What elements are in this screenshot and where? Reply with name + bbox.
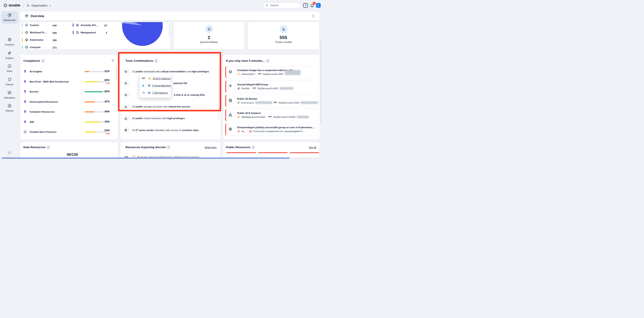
search-placeholder: Search — [270, 4, 279, 7]
legend-item[interactable]: Management — [73, 31, 96, 35]
vertical-scrollbar-thumb[interactable] — [320, 39, 322, 123]
horizontal-scrollbar-thumb[interactable] — [2, 157, 290, 159]
compliance-row[interactable]: AI Insights 21% — [23, 69, 115, 74]
info-icon[interactable]: i — [266, 59, 269, 62]
building-icon — [26, 4, 30, 7]
compliance-row[interactable]: Container Resources 44% — [23, 110, 115, 114]
compliance-row[interactable]: Tenable Best Practices 54% -2% — [23, 130, 115, 134]
sidebar-item-dashboards[interactable]: Dashboards — [0, 13, 19, 22]
compliance-row[interactable]: Non-Prod - AWS Well Architected 65% -1% — [23, 80, 115, 84]
toxic-row[interactable]: 20 3rd-party vendor identities with acce… — [122, 127, 198, 133]
resource-name[interactable]: maliciousEC2 — [241, 73, 255, 75]
tenable-hex-icon — [3, 3, 8, 8]
framework-robot-icon — [23, 70, 27, 73]
toxic-row[interactable]: 36 public virtual machines with high pri… — [122, 115, 185, 122]
sidebar-item-risks[interactable]: Risks — [0, 64, 19, 72]
sidebar: Dashboards Inventory Explore Risks Polic… — [0, 11, 19, 159]
info-icon[interactable]: i — [155, 59, 158, 62]
gcp-vm-icon — [148, 91, 151, 94]
info-icon[interactable]: i — [42, 59, 44, 62]
toxic-row-text: 36 public virtual machines with high pri… — [132, 117, 185, 120]
ignored-findings-card: 2 Ignored findings — [173, 22, 244, 50]
toxic-row-text-fragment: S that is at or nearing EOL — [174, 94, 205, 96]
tickets-created-card: 555 Tickets created — [248, 22, 319, 50]
tenable-logo[interactable]: tenable — [3, 3, 20, 8]
stat-label: Tickets created — [248, 41, 319, 43]
tooltip-link[interactable]: 19 EC2 Instances — [152, 77, 170, 80]
compliance-panel: Compliance i AI Insights 21% Non-Prod - … — [20, 54, 118, 140]
stat-value: 2 — [174, 35, 244, 40]
compliance-pct: 65% — [104, 79, 110, 82]
panel-scrollbar[interactable] — [116, 66, 117, 80]
compliance-row[interactable]: Unencrypted Resources 47% — [23, 100, 115, 104]
panel-title: If you only have 5 minutes... — [226, 59, 265, 62]
five-minutes-card[interactable]: Overprivileged IAM Group DevOps aws Org2… — [225, 80, 318, 93]
sidebar-item-label: Risks — [0, 70, 19, 72]
legend-item[interactable]: Anomaly Det... — [73, 23, 98, 27]
organization-label: Organization — [32, 4, 48, 7]
info-icon[interactable]: i — [47, 146, 50, 149]
account-label: Prod (ocid1.compartment.oc1..aaaaaaaajgw… — [254, 130, 306, 133]
resource-name[interactable]: tf-acme-proc — [241, 101, 254, 104]
divider — [256, 73, 257, 76]
compliance-label: IAM — [30, 121, 34, 123]
kebab-menu-button[interactable] — [312, 14, 315, 19]
legend-item[interactable]: Custom — [22, 23, 39, 27]
chart-square-icon — [7, 104, 12, 108]
help-button[interactable]: ? — [303, 3, 308, 8]
telescope-icon — [7, 51, 12, 55]
divider — [267, 115, 267, 119]
five-minutes-card[interactable]: Container Image has a suspected maliciou… — [225, 66, 318, 78]
tooltip-row: 7 VM Instances — [142, 91, 168, 95]
panel-scrollbar[interactable] — [218, 68, 219, 122]
organization-selector[interactable]: Organization — [26, 4, 51, 7]
redacted-blur — [297, 116, 309, 118]
sidebar-item-label: Explore — [0, 57, 19, 59]
avatar[interactable]: L — [316, 3, 321, 8]
progress-bar — [84, 81, 99, 82]
five-minutes-card[interactable]: Public EC2 Instance WebAppLaunchConfig1 … — [225, 109, 318, 121]
toxic-row[interactable] — [122, 80, 129, 86]
sidebar-item-inventory[interactable]: Inventory — [0, 38, 19, 46]
overview-header: Overview — [20, 11, 320, 21]
divider — [251, 87, 251, 90]
compliance-row[interactable]: Secrets 82% — [23, 90, 115, 94]
findings-pie-chart[interactable] — [122, 22, 163, 46]
compliance-label: Unencrypted Resources — [30, 101, 58, 103]
sidebar-item-explore[interactable]: Explore — [0, 51, 19, 59]
pie-chart-icon — [25, 14, 28, 18]
show-more-link[interactable]: Show more — [204, 146, 216, 149]
resource-name[interactable]: WebAppLaunchConfig1 — [242, 116, 266, 118]
tooltip-link[interactable]: 5 Virtual Machines — [152, 84, 171, 87]
legend-value: 508 — [51, 32, 57, 34]
sidebar-item-operations[interactable]: Operations — [0, 91, 19, 99]
see-all-link[interactable]: See all — [309, 146, 316, 149]
info-icon[interactable]: i — [252, 146, 255, 149]
five-minutes-card[interactable]: Public S3 Bucket tf-acme-proc aws Org2Ac… — [225, 95, 318, 107]
card-scrollbar[interactable] — [169, 23, 170, 37]
framework-robot-icon — [23, 80, 27, 83]
sidebar-item-reports[interactable]: Reports — [0, 104, 19, 112]
compliance-pct: 82% — [104, 90, 110, 93]
divider — [146, 91, 146, 94]
toxic-row[interactable]: 39 public storage accounts with shared k… — [122, 103, 190, 110]
severity-top-bar — [290, 152, 320, 153]
chip-icon — [122, 80, 129, 86]
notifications-button[interactable]: 2 — [310, 3, 314, 9]
compliance-label: Non-Prod - AWS Well Architected — [30, 80, 68, 83]
legend-item[interactable]: Kubernetes — [22, 38, 44, 42]
filter-icon[interactable] — [111, 59, 114, 63]
legend-item[interactable]: Compute — [22, 45, 40, 49]
toxic-row[interactable] — [122, 92, 129, 98]
search-input[interactable]: Search — [263, 3, 300, 8]
legend-item[interactable]: Workload Pr... — [22, 31, 46, 35]
resource-name[interactable]: DevOps — [242, 87, 250, 90]
info-icon[interactable]: i — [167, 146, 170, 149]
tooltip-link[interactable]: 7 VM Instances — [152, 91, 168, 94]
alert-square-icon — [7, 64, 12, 68]
sidebar-item-policies[interactable]: Policies — [0, 77, 19, 86]
compliance-row[interactable]: IAM 70% — [23, 120, 115, 124]
resource-name[interactable]: ok... — [242, 130, 246, 133]
framework-robot-icon — [23, 120, 27, 124]
five-minutes-card[interactable]: Overprivileged publicly accessible group… — [225, 123, 318, 136]
